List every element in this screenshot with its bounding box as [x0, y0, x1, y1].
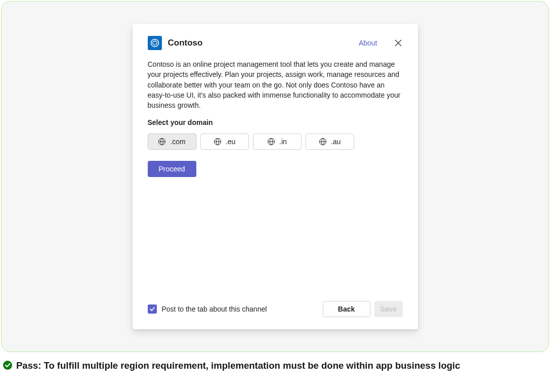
checkmark-circle-icon	[3, 361, 12, 370]
globe-icon	[319, 138, 327, 146]
checkbox-row: Post to the tab about this channel	[148, 304, 323, 314]
dialog-footer: Post to the tab about this channel Back …	[148, 301, 403, 317]
post-to-tab-checkbox[interactable]	[148, 304, 157, 314]
domain-label: .au	[331, 138, 341, 146]
globe-icon	[214, 138, 222, 146]
svg-point-14	[3, 361, 12, 370]
pass-text: Pass: To fulfill multiple region require…	[16, 359, 460, 372]
close-icon	[395, 39, 402, 47]
outer-frame: Contoso About Contoso is an online proje…	[1, 1, 549, 352]
domain-label: .in	[279, 138, 287, 146]
domain-label: .eu	[226, 138, 235, 146]
close-button[interactable]	[394, 38, 403, 48]
domain-option-in[interactable]: .in	[253, 134, 302, 150]
app-logo	[148, 36, 162, 50]
checkbox-label: Post to the tab about this channel	[162, 305, 267, 313]
dialog-header: Contoso About	[148, 36, 403, 50]
save-button: Save	[374, 301, 403, 317]
globe-icon	[158, 138, 166, 146]
app-title: Contoso	[168, 38, 353, 48]
svg-point-0	[151, 39, 158, 47]
domain-option-au[interactable]: .au	[306, 134, 354, 150]
contoso-logo-icon	[150, 38, 160, 48]
pass-note: Pass: To fulfill multiple region require…	[1, 359, 549, 372]
svg-point-1	[153, 41, 157, 45]
app-description: Contoso is an online project management …	[148, 59, 403, 110]
domain-options-row: .com .eu .in	[148, 134, 403, 150]
domain-option-eu[interactable]: .eu	[200, 134, 249, 150]
domain-label: .com	[170, 138, 185, 146]
proceed-button[interactable]: Proceed	[148, 161, 196, 177]
back-button[interactable]: Back	[323, 301, 370, 317]
globe-icon	[267, 138, 275, 146]
about-link[interactable]: About	[359, 39, 377, 47]
checkmark-icon	[149, 306, 155, 312]
domain-option-com[interactable]: .com	[148, 134, 196, 150]
setup-dialog: Contoso About Contoso is an online proje…	[133, 24, 418, 329]
domain-section-label: Select your domain	[148, 118, 403, 126]
